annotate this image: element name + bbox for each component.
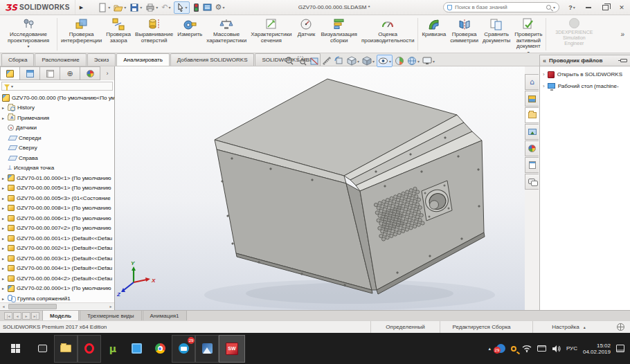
expand-arrow-icon[interactable] — [2, 296, 8, 301]
start-button[interactable] — [0, 335, 30, 363]
last-tab-icon[interactable]: ▸| — [31, 312, 39, 320]
tree-item[interactable]: GZV70-00.00.004<1> (Default<<Defau — [0, 264, 114, 274]
tab-model[interactable]: Модель — [42, 310, 79, 320]
speaker-icon[interactable] — [552, 345, 561, 353]
menu-flyout-icon[interactable] — [80, 5, 83, 10]
task-list-button[interactable] — [202, 1, 213, 14]
tab-featuremanager-tree[interactable] — [0, 66, 20, 80]
apply-scene-icon[interactable] — [406, 55, 420, 66]
expand-arrow-icon[interactable] — [2, 116, 8, 120]
tab-custom-properties[interactable] — [525, 157, 539, 173]
tray-app-icon[interactable]: 29 — [496, 344, 505, 353]
restore-button[interactable] — [597, 0, 613, 15]
tree-item[interactable]: GZV70-00.00.002<1> (Default<<Defau — [0, 244, 114, 254]
tree-item[interactable]: GZV70-00.00.006<1> (По умолчанию — [0, 213, 114, 224]
sensor-button[interactable]: Датчик — [294, 16, 318, 53]
tab-configuration-manager[interactable] — [40, 66, 60, 80]
zoom-to-fit-icon[interactable] — [284, 55, 295, 66]
expand-chevron-icon[interactable] — [543, 71, 545, 78]
expand-arrow-icon[interactable] — [2, 246, 8, 251]
rebuild-traffic-light-icon[interactable] — [192, 1, 200, 14]
search-input[interactable] — [455, 4, 545, 10]
clearance-check-button[interactable]: Проверка зазора — [104, 16, 133, 53]
tab-dimxpert-manager[interactable] — [60, 66, 80, 80]
compare-documents-button[interactable]: Сравнить документы — [480, 16, 512, 53]
options-gear-button[interactable]: ⚙ — [215, 1, 226, 14]
configuration-selector[interactable]: Настройка — [532, 321, 604, 333]
symmetry-check-button[interactable]: Проверка симметрии — [448, 16, 480, 53]
tree-item[interactable]: Сверху — [0, 143, 114, 154]
help-button[interactable]: ? — [564, 0, 580, 15]
file-explorer-button[interactable] — [54, 335, 78, 363]
tree-item[interactable]: Примечания — [0, 113, 114, 123]
performance-evaluation-button[interactable]: Оценка производительности — [359, 16, 417, 53]
tab-evaluate[interactable]: Анализировать — [116, 53, 170, 66]
tree-item[interactable]: GZV70-00.00.008<1> (По умолчанию — [0, 203, 114, 214]
design-study-button[interactable]: Исследование проектирования — [1, 16, 55, 53]
expand-arrow-icon[interactable] — [2, 105, 8, 110]
photos-button[interactable] — [195, 335, 219, 363]
expand-arrow-icon[interactable] — [2, 176, 8, 181]
expand-arrow-icon[interactable] — [2, 216, 8, 221]
clock[interactable]: 15:02 04.02.2019 — [583, 343, 611, 355]
assembly-visualization-button[interactable]: Визуализация сборки — [318, 16, 359, 53]
open-document-button[interactable] — [113, 1, 127, 14]
tree-item[interactable]: GZV70-00.00.005<1> (По умолчанию — [0, 183, 114, 194]
tab-sketch[interactable]: Эскиз — [87, 53, 116, 66]
tree-item[interactable]: Датчики — [0, 123, 114, 134]
keyboard-icon[interactable] — [537, 345, 546, 352]
next-tab-icon[interactable]: ▸ — [22, 312, 30, 320]
section-properties-button[interactable]: Характеристики сечения — [249, 16, 294, 53]
section-view-icon[interactable] — [309, 55, 320, 66]
scrollbar-thumb[interactable] — [8, 304, 57, 309]
expand-arrow-icon[interactable] — [2, 226, 8, 230]
scroll-left-icon[interactable]: ◂ — [0, 304, 7, 309]
expand-arrow-icon[interactable] — [2, 266, 8, 271]
rotate-view-icon[interactable] — [334, 55, 345, 66]
expand-arrow-icon[interactable] — [2, 256, 8, 261]
pin-icon[interactable] — [620, 59, 627, 62]
opera-button[interactable] — [78, 335, 101, 363]
interference-check-button[interactable]: Проверка интерференции — [59, 16, 104, 53]
tree-item[interactable]: Исходная точка — [0, 163, 114, 174]
tab-view-palette[interactable] — [525, 124, 539, 140]
language-indicator[interactable]: РУС — [566, 345, 577, 352]
select-tool-button[interactable] — [174, 1, 190, 14]
mass-properties-button[interactable]: Массовые характеристики — [204, 16, 249, 53]
tabs-overflow-icon[interactable]: › — [100, 66, 114, 80]
tree-item[interactable]: GZV70-00.00.004<2> (Default<<Defau — [0, 273, 114, 284]
measure-button[interactable]: Измерить — [175, 16, 204, 53]
search-icon[interactable] — [546, 5, 551, 10]
tab-design-library[interactable] — [525, 91, 539, 107]
expand-arrow-icon[interactable] — [2, 286, 8, 291]
ribbon-overflow-button[interactable]: » — [616, 30, 629, 38]
tree-item[interactable]: Спереди — [0, 133, 114, 143]
tab-file-explorer[interactable] — [525, 107, 539, 123]
prev-tab-icon[interactable]: ◂ — [13, 312, 21, 320]
blue-app-button[interactable] — [125, 335, 148, 363]
minimize-button[interactable] — [580, 0, 597, 15]
filter-dropdown-icon[interactable] — [11, 84, 13, 89]
tree-item[interactable]: GZV70-02.00.000<1> (По умолчанию — [0, 284, 114, 294]
zoom-to-area-icon[interactable] — [296, 55, 307, 66]
new-document-button[interactable] — [97, 1, 111, 14]
action-center-icon[interactable] — [616, 345, 624, 352]
task-view-button[interactable] — [30, 335, 54, 363]
expand-arrow-icon[interactable] — [2, 236, 8, 241]
edit-appearance-icon[interactable] — [394, 55, 405, 66]
view-settings-icon[interactable] — [422, 55, 435, 66]
collapse-pane-icon[interactable] — [543, 57, 546, 64]
tab-appearances[interactable] — [525, 140, 539, 156]
tree-item[interactable]: GZV70-00.00.001<1> (Default<<Defau — [0, 233, 114, 244]
tree-item[interactable]: GZV70-00.00.003<1> (Default<<Defau — [0, 253, 114, 264]
expand-arrow-icon[interactable] — [2, 206, 8, 210]
display-style-icon[interactable] — [361, 55, 375, 66]
tree-item[interactable]: GZV70-00.00.007<2> (По умолчанию — [0, 224, 114, 234]
tree-item-root[interactable]: GZV70-00.00.000 (По умолчанию<По ум — [0, 93, 114, 103]
solidworks-taskbar-button[interactable] — [219, 335, 245, 363]
tab-layout[interactable]: Расположение — [35, 53, 86, 66]
tree-item[interactable]: Справа — [0, 153, 114, 163]
measure-tool-icon[interactable] — [321, 55, 332, 66]
wifi-icon[interactable] — [522, 345, 532, 352]
hide-show-items-icon[interactable] — [377, 55, 393, 67]
